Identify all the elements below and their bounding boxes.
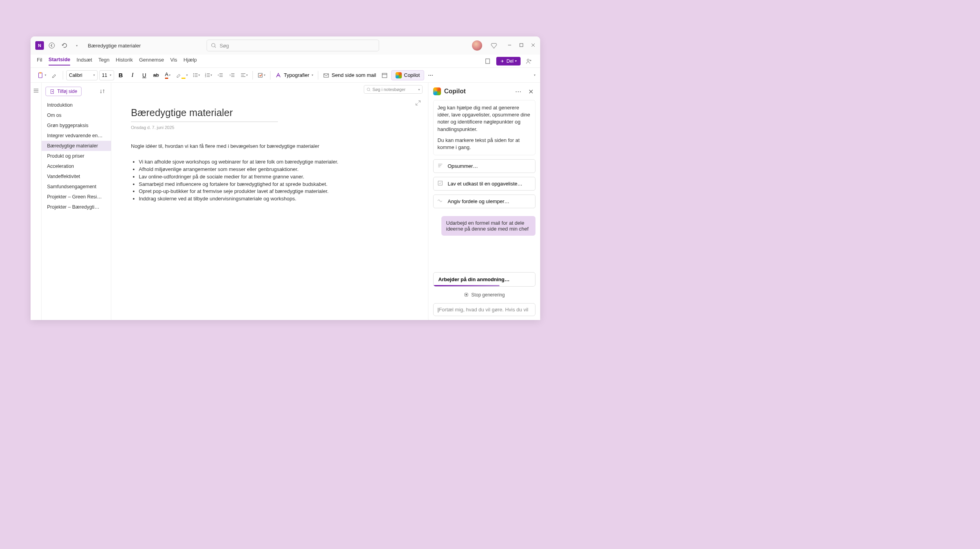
sort-pages-button[interactable] [98,87,107,96]
underline-button[interactable]: U [139,70,149,80]
notebook-search-input[interactable]: Søg i notesbøger ▾ [364,85,423,94]
copilot-ribbon-button[interactable]: Copilot [391,70,424,80]
expand-page-button[interactable] [415,100,421,107]
numbering-button[interactable]: 123 ▾ [203,70,214,80]
page-list-item[interactable]: Bæredygtige materialer [42,141,111,151]
diamond-icon [490,42,497,49]
styles-button[interactable]: Typografier ▾ [274,70,315,80]
menu-indsaet[interactable]: Indsæt [76,57,92,65]
paste-button[interactable]: ▾ [35,70,48,80]
wave-icon [437,198,444,205]
close-button[interactable] [531,42,535,49]
undo-icon [61,42,67,49]
mail-icon [323,72,329,78]
note-bullet[interactable]: Vi kan afholde sjove workshops og webina… [139,158,408,166]
people-button[interactable] [524,56,534,66]
ribbon-collapse-button[interactable]: ▾ [534,73,535,77]
note-bullet[interactable]: Lav online-udfordringer på de sociale me… [139,173,408,181]
note-bullet[interactable]: Inddrag skolerne ved at tilbyde undervis… [139,195,408,203]
ribbon: ▾ Calibri ▾ 11 ▾ B I U ab A▾ ▾ ▾ 123 ▾ [31,68,540,83]
outdent-button[interactable] [215,70,225,80]
align-icon [240,72,246,78]
svg-point-4 [527,59,529,61]
page-list-item[interactable]: Integrer vedvarende en… [42,131,111,141]
copilot-panel: Copilot ⋯ Jeg kan hjælpe dig med at gene… [428,83,540,320]
suggestion-summarize[interactable]: Opsummer… [433,159,535,173]
indent-button[interactable] [227,70,237,80]
premium-icon[interactable] [489,41,499,50]
menu-gennemse[interactable]: Gennemse [139,57,164,65]
add-page-button[interactable]: Tilføj side [45,87,82,96]
app-icon: N [35,41,44,50]
menu-fil[interactable]: Fil [37,57,42,65]
copilot-prompt-input[interactable]: |Fortæl mig, hvad du vil gøre. Hvis du v… [433,303,535,316]
note-canvas[interactable]: Søg i notesbøger ▾ Bæredygtige materiale… [111,83,428,320]
italic-button[interactable]: I [127,70,138,80]
copilot-menu-button[interactable]: ⋯ [514,87,523,96]
page-list-item[interactable]: Projekter – Green Resi… [42,192,111,202]
bullets-button[interactable]: ▾ [191,70,201,80]
copilot-intro-text-1: Jeg kan hjælpe dig med at generere idéer… [437,104,531,133]
back-button[interactable] [47,41,56,50]
menu-vis[interactable]: Vis [170,57,177,65]
prompt-placeholder: Fortæl mig, hvad du vil gøre. Hvis du vi… [439,307,528,313]
more-titlebar-button[interactable]: ▾ [72,41,82,50]
copilot-icon [396,72,402,78]
svg-point-17 [367,88,370,91]
suggestion-tasklist[interactable]: Lav et udkast til en opgaveliste… [433,177,535,191]
suggestion-proscons[interactable]: Angiv fordele og ulemper… [433,195,535,208]
font-color-button[interactable]: A▾ [163,70,173,80]
page-list-item[interactable]: Samfundsengagement [42,182,111,192]
note-bullet[interactable]: Afhold miljøvenlige arrangementer som me… [139,166,408,173]
strikethrough-button[interactable]: ab [151,70,161,80]
align-button[interactable]: ▾ [239,70,249,80]
format-painter-button[interactable] [49,70,60,80]
minimize-button[interactable] [507,42,512,49]
font-family-select[interactable]: Calibri ▾ [66,70,98,80]
menu-historik[interactable]: Historik [116,57,132,65]
suggestion-label: Opsummer… [448,163,478,169]
page-list-item[interactable]: Projekter – Bæredygti… [42,202,111,212]
ribbon-overflow-button[interactable]: ⋯ [426,70,436,80]
page-list-item[interactable]: Om os [42,110,111,120]
note-date: Onsdag d. 7. juni 2025 [131,125,408,130]
user-avatar[interactable] [472,40,482,51]
menu-hjaelp[interactable]: Hjælp [183,57,197,65]
copilot-close-button[interactable] [526,87,535,96]
calendar-icon [381,72,388,78]
stop-generating-button[interactable]: Stop generering [464,292,505,298]
send-mail-button[interactable]: Send side som mail [321,70,377,80]
share-button[interactable]: Del ▾ [496,57,521,65]
tag-button[interactable]: ▾ [256,70,267,80]
menu-tegn[interactable]: Tegn [98,57,109,65]
page-list-item[interactable]: Acceleration [42,161,111,171]
svg-rect-2 [520,44,523,47]
undo-button[interactable] [60,41,69,50]
sort-icon [100,89,105,94]
bold-button[interactable]: B [116,70,126,80]
hamburger-button[interactable] [31,86,41,95]
share-label: Del [506,58,514,64]
menu-startside[interactable]: Startside [49,56,71,65]
page-list-item[interactable]: Vandeffektivitet [42,171,111,182]
page-list-item[interactable]: Introduktion [42,100,111,110]
note-intro-text[interactable]: Nogle idéer til, hvordan vi kan få flere… [131,143,408,149]
meeting-button[interactable] [379,70,390,80]
page-list-panel: Tilføj side IntroduktionOm osGrøn byggep… [42,83,111,320]
clipboard-icon [37,72,44,79]
font-size-select[interactable]: 11 ▾ [99,70,114,80]
note-bullet[interactable]: Samarbejd med influencere og fortalere f… [139,181,408,188]
note-title[interactable]: Bæredygtige materialer [131,107,278,122]
brush-icon [51,72,58,78]
reading-mode-button[interactable] [483,56,492,66]
maximize-button[interactable] [519,42,524,49]
svg-text:3: 3 [205,76,206,78]
page-list-item[interactable]: Produkt og priser [42,151,111,161]
global-search-input[interactable]: Søg [207,40,379,51]
close-icon [528,89,534,94]
search-icon [367,87,371,92]
note-bullet-list[interactable]: Vi kan afholde sjove workshops og webina… [131,158,408,203]
page-list-item[interactable]: Grøn byggepraksis [42,120,111,131]
highlight-button[interactable]: ▾ [174,70,189,80]
note-bullet[interactable]: Opret pop-up-butikker for at fremvise se… [139,188,408,195]
